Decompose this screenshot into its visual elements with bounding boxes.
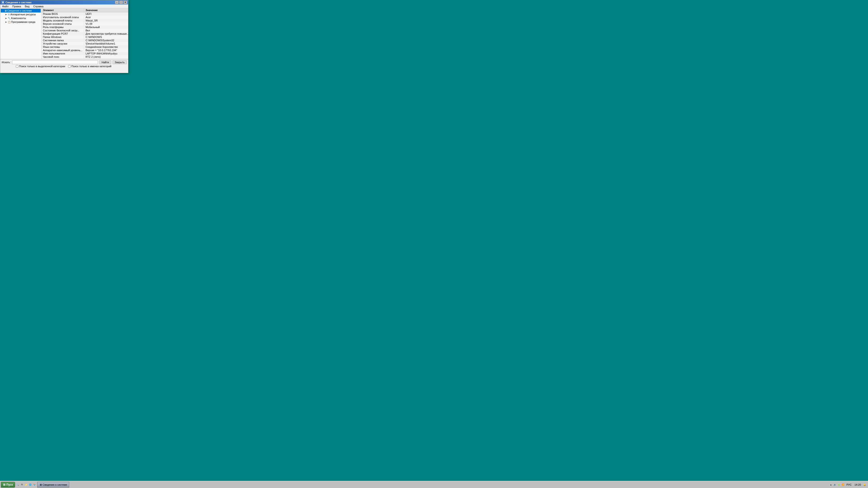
systray-battery-icon[interactable]: 🔋 [837, 483, 840, 486]
table-row[interactable]: Изготовитель основной плагыAcer [41, 16, 128, 19]
cell-value: Соединённое Королевство [84, 45, 128, 49]
systray-network-icon[interactable]: 📶 [841, 483, 844, 486]
search-input[interactable] [12, 60, 98, 64]
window-icon: 🖥 [1, 1, 4, 4]
checkbox-names[interactable] [68, 65, 71, 68]
table-row[interactable]: Имя пользователяLAPTOP-9W4JANhA\yuliyu [41, 52, 128, 55]
col-header-value: Значение [84, 8, 128, 12]
taskbar-store-icon[interactable]: 🏪 [33, 483, 36, 486]
expander-icon: ▶ [5, 13, 7, 16]
systray-icons: ▲ 🔊 🔋 📶 [829, 483, 844, 486]
table-row[interactable]: Версия основной платыV1.09 [41, 22, 128, 25]
systray-chevron-icon[interactable]: ▲ [829, 483, 832, 486]
table-header-row: Элемент Значение [41, 8, 128, 12]
table-row[interactable]: Установленная оперативная п...4,00 ГБ [41, 58, 128, 59]
cell-value: LAPTOP-9W4JANhA\yuliyu [84, 52, 128, 55]
close-search-button[interactable]: Закрыть [113, 60, 127, 64]
cell-element: Установленная оперативная п... [41, 58, 84, 59]
title-bar-title: 🖥 Сведения о системе [1, 1, 32, 4]
expander-icon: ▶ [5, 21, 7, 23]
table-row[interactable]: Аппаратно-зависимый уровень...Версия = "… [41, 49, 128, 52]
cell-value: Wacpi_SR [84, 19, 128, 22]
cell-element: Изготовитель основной плагы [41, 16, 84, 19]
cell-value: Версия = "10.0.17763.194" [84, 49, 128, 52]
table-row[interactable]: Конфигурация PCR7Для просмотра требуется… [41, 32, 128, 35]
taskbar-task-view-icon[interactable]: ⧉ [20, 483, 24, 486]
cell-value: \Device\HarddiskVolume1 [84, 42, 128, 45]
tree-node-icon: 📋 [8, 21, 10, 23]
expander-icon [2, 9, 4, 12]
find-button[interactable]: Найти [99, 60, 111, 64]
tree-node-icon: 🔧 [8, 17, 10, 20]
cell-element: Состояние безопасной загру... [41, 29, 84, 32]
cell-value: 4,00 ГБ [84, 58, 128, 59]
start-label: Пуск [6, 483, 13, 486]
table-row[interactable]: Папка WindowsC:\WINDOWS [41, 35, 128, 39]
cell-element: Системная папка [41, 39, 84, 42]
table-row[interactable]: Режим BIOSUEFI [41, 12, 128, 16]
tree-item-label: Аппаратные ресурсы [10, 13, 36, 16]
table-row[interactable]: Состояние безопасной загру...Вкл [41, 29, 128, 32]
cell-element: Модель основной платы [41, 19, 84, 22]
tree-item-comp[interactable]: ▶ 🔧 Компоненты [4, 16, 41, 20]
menu-bar: Файл Правка Вид Справка [0, 4, 128, 8]
minimize-button[interactable]: ─ [115, 1, 119, 4]
cell-element: Имя пользователя [41, 52, 84, 55]
cell-value: V1.09 [84, 22, 128, 25]
cell-value: UEFI [84, 12, 128, 16]
tree-node-icon: 🖥 [4, 9, 7, 12]
taskbar-right: ▲ 🔊 🔋 📶 РУС 14:20 🔔 [829, 483, 867, 486]
checkboxes-row: Поиск только в выделенной категории Поис… [16, 65, 127, 68]
main-window: 🖥 Сведения о системе ─ □ ✕ Файл Правка В… [0, 0, 128, 73]
checkbox-category[interactable] [16, 65, 19, 68]
search-row: Искать: Найти Закрыть [2, 60, 127, 64]
tree-item-label: Программная среда [11, 21, 35, 23]
cell-element: Конфигурация PCR7 [41, 32, 84, 35]
taskbar-sysinfo-btn[interactable]: 🖥 Сведения о системе [37, 482, 69, 488]
left-panel: 🖥 Сведения о системе ▶ ⚙ Аппаратные ресу… [0, 8, 41, 59]
tree-item-label: Компоненты [11, 17, 26, 20]
start-button[interactable]: ⊞ Пуск [1, 482, 15, 488]
tree-node-icon: ⚙ [8, 13, 10, 16]
tree-item-hard[interactable]: ▶ ⚙ Аппаратные ресурсы [4, 12, 41, 16]
systray-volume-icon[interactable]: 🔊 [833, 483, 836, 486]
maximize-button[interactable]: □ [119, 1, 123, 4]
start-icon: ⊞ [3, 483, 5, 486]
expander-icon: ▶ [5, 17, 7, 19]
close-button[interactable]: ✕ [123, 1, 127, 4]
taskbar-explorer-icon[interactable]: 📁 [25, 483, 28, 486]
cell-value: Мобильный [84, 25, 128, 29]
cell-element: Роль платформы [41, 25, 84, 29]
window-title: Сведения о системе [5, 1, 32, 4]
table-row[interactable]: Язык системыСоединённое Королевство [41, 45, 128, 49]
info-table: Элемент Значение Режим BIOSUEFIИзготовит… [41, 8, 128, 59]
cell-value: Для просмотра требуется повышение прав [84, 32, 128, 35]
table-row[interactable]: Системная папкаC:\WINDOWS\System32 [41, 39, 128, 42]
systray-lang: РУС [845, 483, 852, 486]
menu-view[interactable]: Вид [24, 5, 30, 8]
tree-item-sved[interactable]: 🖥 Сведения о системе [1, 9, 41, 12]
table-row[interactable]: Модель основной платыWacpi_SR [41, 19, 128, 22]
table-row[interactable]: Устройство загрузки\Device\HarddiskVolum… [41, 42, 128, 45]
taskbar-sysinfo-icon: 🖥 [39, 483, 42, 486]
table-body: Режим BIOSUEFIИзготовитель основной плаг… [41, 12, 128, 59]
title-bar-controls: ─ □ ✕ [115, 1, 127, 4]
checkbox-names-label[interactable]: Поиск только в именах категорий [68, 65, 112, 68]
tree-item-label: Сведения о системе [7, 9, 32, 12]
checkbox-category-text: Поиск только в выделенной категории [19, 65, 65, 68]
checkbox-category-label[interactable]: Поиск только в выделенной категории [16, 65, 65, 68]
cell-value: Вкл [84, 29, 128, 32]
checkbox-names-text: Поиск только в именах категорий [71, 65, 112, 68]
table-row[interactable]: Роль платформыМобильный [41, 25, 128, 29]
table-row[interactable]: Часовой поясRTZ 2 (лето) [41, 55, 128, 58]
cell-value: C:\WINDOWS\System32 [84, 39, 128, 42]
taskbar-search-icon[interactable]: 🔍 [16, 483, 19, 486]
notification-icon[interactable]: 🔔 [863, 483, 866, 486]
main-content: 🖥 Сведения о системе ▶ ⚙ Аппаратные ресу… [0, 8, 128, 59]
menu-help[interactable]: Справка [32, 5, 44, 8]
search-label: Искать: [2, 61, 10, 64]
tree-item-prog[interactable]: ▶ 📋 Программная среда [4, 20, 41, 24]
taskbar-edge-icon[interactable]: 🌐 [29, 483, 32, 486]
menu-file[interactable]: Файл [1, 5, 9, 8]
menu-edit[interactable]: Правка [11, 5, 22, 8]
